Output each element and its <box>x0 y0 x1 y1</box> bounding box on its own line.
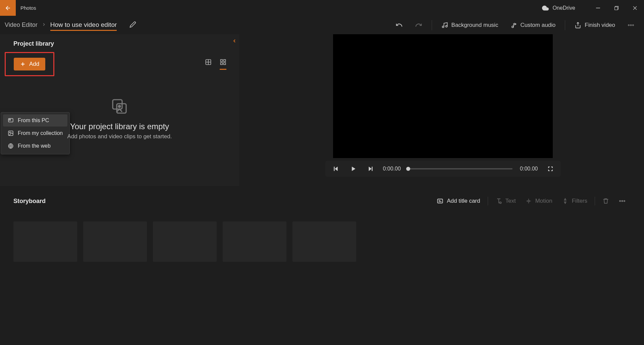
close-button[interactable] <box>626 0 644 16</box>
project-title[interactable]: How to use video editor <box>50 21 117 31</box>
finish-video-button[interactable]: Finish video <box>570 19 620 31</box>
svg-rect-22 <box>334 167 334 171</box>
small-grid-view-button[interactable] <box>220 59 226 70</box>
storyboard-clips <box>13 221 631 262</box>
maximize-icon <box>614 6 619 10</box>
svg-rect-0 <box>596 8 600 8</box>
play-icon <box>350 166 356 172</box>
preview-panel: 0:00.00 0:00.00 <box>239 34 644 186</box>
more-options-button[interactable] <box>623 19 639 32</box>
ellipsis-icon <box>619 197 626 205</box>
add-from-web-item[interactable]: From the web <box>3 140 67 152</box>
cloud-icon <box>542 4 549 12</box>
undo-button[interactable] <box>391 19 408 32</box>
onedrive-status[interactable]: OneDrive <box>542 0 589 16</box>
storyboard-header: Storyboard Add title card Text Motion Fi… <box>13 195 631 207</box>
folder-icon <box>8 117 14 124</box>
previous-frame-button[interactable] <box>331 164 341 174</box>
separator <box>565 20 565 30</box>
add-media-menu: From this PC From my collection From the… <box>1 112 70 154</box>
text-button: Text <box>491 196 521 206</box>
pencil-icon <box>129 21 136 28</box>
background-music-button[interactable]: Background music <box>437 19 503 31</box>
svg-rect-2 <box>614 7 618 10</box>
maximize-button[interactable] <box>607 0 626 16</box>
library-toolbar: Add <box>5 52 231 76</box>
add-from-web-label: From the web <box>18 143 51 149</box>
svg-point-17 <box>9 132 10 133</box>
text-icon <box>495 198 502 204</box>
onedrive-label: OneDrive <box>552 5 575 11</box>
svg-point-8 <box>633 24 634 26</box>
large-grid-icon <box>205 59 212 65</box>
header: Video Editor How to use video editor Bac… <box>0 16 644 34</box>
filters-icon <box>562 198 569 204</box>
svg-point-29 <box>624 200 625 202</box>
large-grid-view-button[interactable] <box>205 59 212 70</box>
window-controls <box>589 0 644 16</box>
fullscreen-button[interactable] <box>545 164 555 174</box>
project-library-title: Project library <box>13 40 231 47</box>
app-name: Photos <box>16 0 36 16</box>
storyboard-slot[interactable] <box>223 221 286 262</box>
export-icon <box>575 22 581 29</box>
project-library-panel: Project library Add Fr <box>0 34 239 186</box>
svg-point-28 <box>622 200 623 202</box>
library-empty-subtitle: Add photos and video clips to get starte… <box>67 133 172 140</box>
custom-audio-icon <box>510 22 517 29</box>
arrow-left-icon <box>5 5 11 11</box>
svg-rect-11 <box>224 59 226 61</box>
add-from-pc-item[interactable]: From this PC <box>3 114 67 127</box>
svg-point-7 <box>630 24 632 26</box>
chevron-left-icon <box>232 38 237 44</box>
playback-controls: 0:00.00 0:00.00 <box>325 161 561 177</box>
title-card-icon <box>437 198 443 204</box>
redo-button[interactable] <box>410 19 427 32</box>
svg-rect-12 <box>221 62 223 64</box>
library-empty-state: Your project library is empty Add photos… <box>67 98 172 140</box>
finish-video-label: Finish video <box>585 22 615 29</box>
add-media-button[interactable]: Add <box>14 58 45 70</box>
chevron-right-icon <box>42 22 46 28</box>
storyboard-slot[interactable] <box>13 221 77 262</box>
collection-icon <box>8 130 14 136</box>
add-label: Add <box>29 61 39 67</box>
custom-audio-label: Custom audio <box>520 22 555 29</box>
seek-bar[interactable] <box>408 168 513 169</box>
close-icon <box>633 6 637 10</box>
storyboard-slot[interactable] <box>292 221 356 262</box>
svg-rect-15 <box>9 119 11 120</box>
storyboard-slot[interactable] <box>153 221 217 262</box>
back-button[interactable] <box>0 0 16 16</box>
trash-icon <box>602 198 609 204</box>
separator <box>488 197 488 205</box>
main-area: Project library Add Fr <box>0 34 644 186</box>
next-frame-button[interactable] <box>366 164 376 174</box>
filters-button: Filters <box>557 196 592 206</box>
play-button[interactable] <box>348 164 358 174</box>
tutorial-highlight: Add <box>5 52 54 76</box>
custom-audio-button[interactable]: Custom audio <box>505 19 560 31</box>
step-back-icon <box>333 166 339 172</box>
delete-clip-button <box>598 196 614 206</box>
titlebar: Photos OneDrive <box>0 0 644 16</box>
add-from-collection-item[interactable]: From my collection <box>3 127 67 139</box>
storyboard-title: Storyboard <box>13 198 46 205</box>
minimize-button[interactable] <box>589 0 607 16</box>
video-preview <box>333 34 553 158</box>
add-title-card-button[interactable]: Add title card <box>432 196 485 206</box>
rename-project-button[interactable] <box>129 21 136 29</box>
breadcrumb-root[interactable]: Video Editor <box>5 21 38 29</box>
text-label: Text <box>505 198 516 204</box>
total-time: 0:00.00 <box>520 166 538 172</box>
collapse-library-button[interactable] <box>232 38 237 45</box>
storyboard-more-button[interactable] <box>614 195 631 207</box>
fullscreen-icon <box>547 166 553 172</box>
motion-button: Motion <box>521 196 557 206</box>
step-forward-icon <box>368 166 374 172</box>
storyboard-slot[interactable] <box>83 221 147 262</box>
svg-point-3 <box>442 26 444 28</box>
library-view-toggle <box>205 59 226 70</box>
seek-handle[interactable] <box>406 167 410 171</box>
motion-icon <box>525 198 532 204</box>
